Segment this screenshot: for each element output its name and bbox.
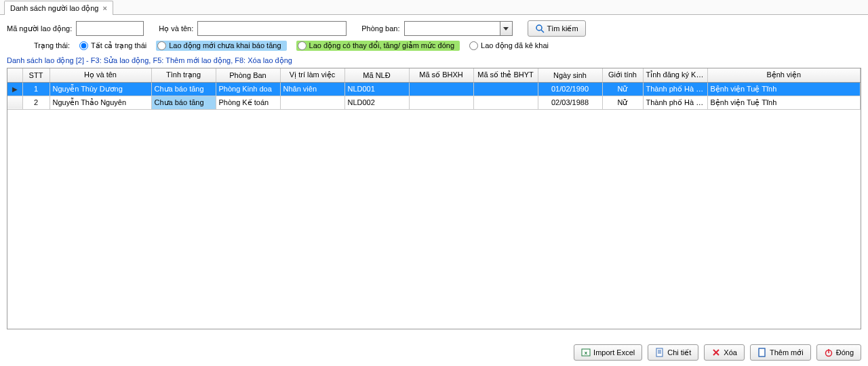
col-bhyt[interactable]: Mã số thẻ BHYT (473, 68, 538, 82)
close-icon[interactable]: × (102, 4, 106, 12)
svg-point-0 (536, 25, 542, 30)
cell-bhxh[interactable] (409, 96, 473, 109)
combo-department[interactable] (404, 21, 513, 36)
col-bhxh[interactable]: Mã số BHXH (409, 68, 473, 82)
cell-status[interactable]: Chưa báo tăng (151, 96, 216, 109)
cell-dob[interactable]: 02/03/1988 (538, 96, 602, 109)
close-label: Đóng (836, 348, 854, 357)
svg-line-1 (541, 30, 544, 33)
cell-hosp[interactable]: Bệnh viện Tuệ Tĩnh (707, 96, 861, 109)
radio-declared-label: Lao động đã kê khai (481, 41, 549, 50)
detail-button[interactable]: Chi tiết (648, 344, 698, 361)
cell-sex[interactable]: Nữ (602, 82, 643, 96)
svg-text:x: x (585, 350, 588, 356)
document-icon (655, 348, 665, 357)
radio-changed-workers[interactable]: Lao động có thay đổi, tăng/ giảm mức đón… (296, 41, 460, 51)
label-worker-id: Mã người lao động: (7, 24, 72, 33)
cell-mnld[interactable]: NLD001 (344, 82, 409, 96)
bottom-toolbar: x Import Excel Chi tiết Xóa Thêm mới (574, 344, 861, 361)
chevron-down-icon[interactable] (500, 22, 512, 35)
cell-pos[interactable]: Nhân viên (280, 82, 344, 96)
col-hosp[interactable]: Bệnh viện (707, 68, 861, 82)
cell-sex[interactable]: Nữ (602, 96, 643, 109)
radio-declared-input[interactable] (469, 41, 478, 50)
radio-changed-label: Lao động có thay đổi, tăng/ giảm mức đón… (309, 41, 455, 50)
col-name[interactable]: Họ và tên (50, 68, 151, 82)
col-pos[interactable]: Vị trí làm việc (280, 68, 344, 82)
search-panel: Mã người lao động: Họ và tên: Phòng ban:… (0, 15, 868, 52)
col-dob[interactable]: Ngày sinh (538, 68, 602, 82)
label-department: Phòng ban: (361, 24, 399, 33)
row-indicator (7, 96, 22, 109)
delete-label: Xóa (724, 348, 737, 357)
excel-icon: x (581, 348, 591, 357)
delete-icon (711, 348, 721, 357)
import-excel-button[interactable]: x Import Excel (574, 344, 642, 361)
radio-new-label: Lao động mới chưa khai báo tăng (169, 41, 281, 50)
radio-all-label: Tất cả trạng thái (91, 41, 146, 50)
cell-name[interactable]: Nguyễn Thảo Nguyên (50, 96, 151, 109)
search-icon (535, 24, 545, 33)
col-kcb[interactable]: Tỉnh đăng ký KCB (643, 68, 707, 82)
new-icon (757, 348, 767, 357)
cell-kcb[interactable]: Thành phố Hà Nội (643, 96, 707, 109)
new-label: Thêm mới (770, 348, 804, 357)
cell-dept[interactable]: Phòng Kế toán (216, 96, 280, 109)
delete-button[interactable]: Xóa (704, 344, 745, 361)
label-worker-name: Họ và tên: (159, 24, 193, 33)
cell-bhyt[interactable] (473, 82, 538, 96)
tab-bar: Danh sách người lao động × (0, 0, 868, 15)
label-status: Trạng thái: (34, 41, 70, 50)
cell-mnld[interactable]: NLD002 (344, 96, 409, 109)
svg-rect-10 (759, 348, 765, 357)
input-worker-id[interactable] (76, 21, 144, 36)
cell-dob[interactable]: 01/02/1990 (538, 82, 602, 96)
cell-hosp[interactable]: Bệnh viện Tuệ Tĩnh (707, 82, 861, 96)
combo-department-input[interactable] (405, 22, 500, 35)
search-button-label: Tìm kiếm (547, 24, 578, 33)
radio-declared-workers[interactable]: Lao động đã kê khai (469, 41, 549, 50)
close-button[interactable]: Đóng (816, 344, 861, 361)
cell-stt[interactable]: 1 (22, 82, 50, 96)
radio-new-input[interactable] (157, 41, 166, 50)
row-pointer-icon: ▶ (12, 85, 18, 93)
grid-header-row: STT Họ và tên Tình trạng Phòng Ban Vị tr… (7, 68, 861, 82)
power-icon (824, 348, 833, 357)
radio-new-workers[interactable]: Lao động mới chưa khai báo tăng (156, 41, 286, 51)
col-indicator (7, 68, 22, 82)
cell-pos[interactable] (280, 96, 344, 109)
cell-bhyt[interactable] (473, 96, 538, 109)
tab-worker-list[interactable]: Danh sách người lao động × (4, 1, 113, 15)
col-mnld[interactable]: Mã NLĐ (344, 68, 409, 82)
detail-label: Chi tiết (667, 348, 691, 357)
cell-dept[interactable]: Phòng Kinh doa (216, 82, 280, 96)
col-sex[interactable]: Giới tính (602, 68, 643, 82)
tab-label: Danh sách người lao động (10, 4, 98, 13)
cell-stt[interactable]: 2 (22, 96, 50, 109)
worker-grid[interactable]: STT Họ và tên Tình trạng Phòng Ban Vị tr… (7, 68, 861, 329)
col-stt[interactable]: STT (22, 68, 50, 82)
cell-kcb[interactable]: Thành phố Hà Nội (643, 82, 707, 96)
cell-status[interactable]: Chưa báo tăng (151, 82, 216, 96)
svg-rect-4 (656, 348, 663, 357)
table-row[interactable]: 2 Nguyễn Thảo Nguyên Chưa báo tăng Phòng… (7, 96, 861, 109)
row-indicator: ▶ (7, 82, 22, 96)
import-excel-label: Import Excel (593, 348, 635, 357)
input-worker-name[interactable] (197, 21, 347, 36)
radio-changed-input[interactable] (298, 41, 307, 50)
cell-name[interactable]: Nguyễn Thùy Dương (50, 82, 151, 96)
new-button[interactable]: Thêm mới (750, 344, 811, 361)
col-status[interactable]: Tình trạng (151, 68, 216, 82)
radio-all-input[interactable] (79, 41, 88, 50)
col-dept[interactable]: Phòng Ban (216, 68, 280, 82)
radio-all-status[interactable]: Tất cả trạng thái (79, 41, 146, 50)
grid-caption: Danh sách lao động [2] - F3: Sửa lao độn… (0, 52, 868, 68)
search-button[interactable]: Tìm kiếm (528, 20, 586, 37)
cell-bhxh[interactable] (409, 82, 473, 96)
table-row[interactable]: ▶ 1 Nguyễn Thùy Dương Chưa báo tăng Phòn… (7, 82, 861, 96)
